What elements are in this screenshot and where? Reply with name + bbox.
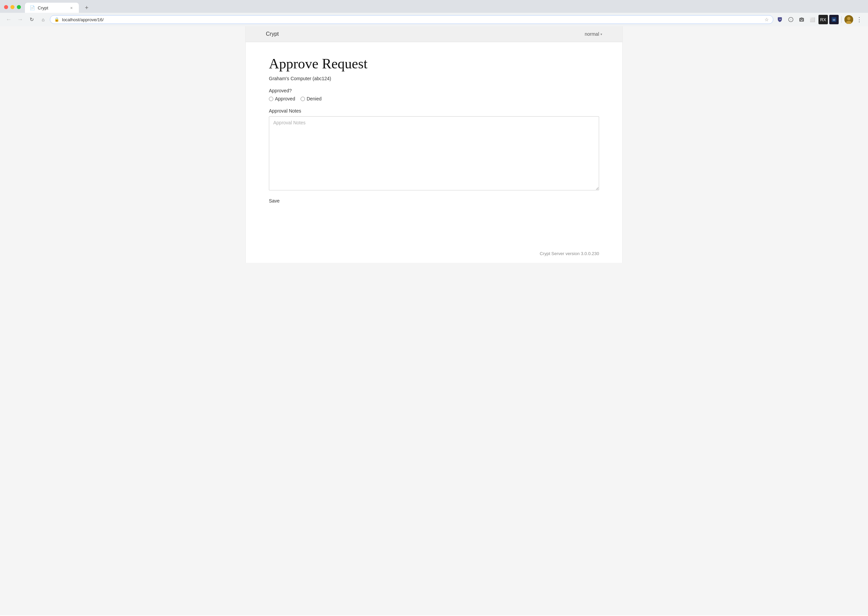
ext2-button[interactable]: RX — [818, 15, 828, 24]
tab-title: Crypt — [38, 5, 48, 11]
user-menu-label: normal — [585, 31, 599, 37]
page-footer: Crypt Server version 3.0.0.230 — [249, 244, 619, 263]
radio-denied-option[interactable]: Denied — [301, 96, 322, 101]
svg-text:M: M — [833, 18, 835, 22]
ext1-button[interactable]: ⬜ — [808, 15, 817, 24]
radio-approved-option[interactable]: Approved — [269, 96, 295, 101]
approved-question-group: Approved? Approved Denied — [269, 88, 599, 101]
radio-approved-input[interactable] — [269, 97, 273, 101]
minimize-window-dot[interactable] — [11, 5, 14, 9]
version-text: Crypt Server version 3.0.0.230 — [540, 251, 599, 256]
url-input[interactable] — [62, 17, 762, 22]
close-window-dot[interactable] — [4, 5, 8, 9]
save-button[interactable]: Save — [269, 198, 280, 204]
notes-label: Approval Notes — [269, 108, 599, 113]
approval-notes-group: Approval Notes — [269, 108, 599, 192]
chevron-down-icon: ▾ — [600, 32, 602, 36]
page-title: Approve Request — [269, 56, 599, 72]
radio-group: Approved Denied — [269, 96, 599, 101]
address-bar[interactable]: 🔒 ☆ — [50, 15, 773, 24]
camera-button[interactable] — [797, 15, 806, 24]
ext3-button[interactable]: M — [829, 15, 839, 24]
browser-tab[interactable]: 📄 Crypt × — [25, 3, 79, 13]
approval-notes-textarea[interactable] — [269, 116, 599, 190]
toolbar-right: i ⬜ RX M ⋮ — [775, 15, 864, 24]
site-logo: Crypt — [266, 31, 279, 37]
radio-denied-input[interactable] — [301, 97, 305, 101]
svg-point-5 — [847, 17, 851, 20]
window-controls — [4, 5, 21, 11]
tab-page-icon: 📄 — [30, 5, 35, 11]
radio-denied-label: Denied — [307, 96, 322, 101]
site-header: Crypt normal ▾ — [246, 26, 622, 42]
radio-approved-label: Approved — [275, 96, 295, 101]
profile-avatar[interactable] — [844, 15, 853, 24]
tab-close-button[interactable]: × — [69, 5, 74, 11]
approved-label: Approved? — [269, 88, 599, 93]
reload-button[interactable]: ↻ — [27, 15, 36, 24]
back-button[interactable]: ← — [4, 15, 14, 24]
user-menu[interactable]: normal ▾ — [585, 31, 602, 37]
separator — [841, 16, 842, 23]
shield-button[interactable]: i — [786, 15, 796, 24]
svg-text:i: i — [791, 19, 791, 21]
forward-button[interactable]: → — [16, 15, 25, 24]
pocket-button[interactable] — [775, 15, 785, 24]
device-info: Graham's Computer (abc124) — [269, 76, 599, 81]
bookmark-icon[interactable]: ☆ — [764, 17, 769, 22]
home-button[interactable]: ⌂ — [38, 15, 48, 24]
new-tab-button[interactable]: + — [83, 5, 91, 11]
menu-button[interactable]: ⋮ — [854, 15, 864, 24]
maximize-window-dot[interactable] — [17, 5, 21, 9]
lock-icon: 🔒 — [54, 17, 59, 22]
